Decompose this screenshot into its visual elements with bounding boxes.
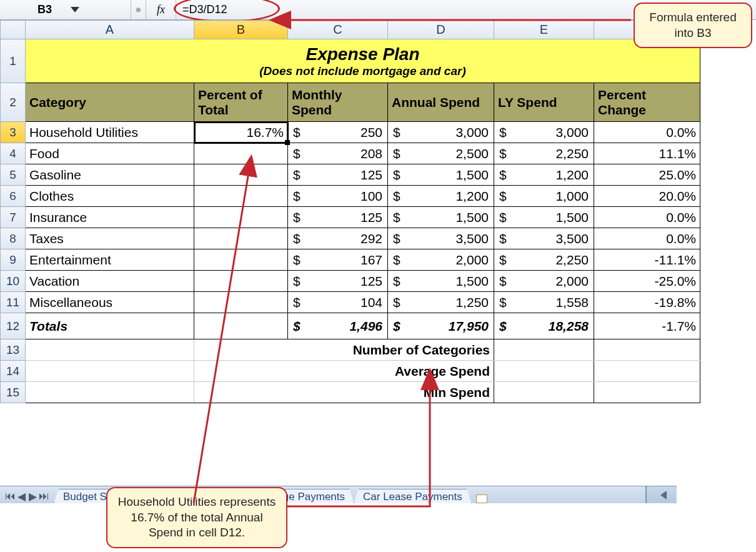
- row-header[interactable]: 8: [1, 228, 26, 249]
- fill-handle[interactable]: [285, 140, 290, 145]
- cell-monthly[interactable]: $167: [288, 249, 388, 271]
- cell[interactable]: [494, 361, 594, 382]
- fx-icon[interactable]: fx: [146, 0, 176, 19]
- cell-change[interactable]: -11.1%: [594, 249, 700, 271]
- header-percent-change[interactable]: Percent Change: [594, 83, 700, 122]
- cell-monthly[interactable]: $125: [288, 207, 388, 228]
- row-header[interactable]: 14: [1, 361, 26, 382]
- cell-category[interactable]: Taxes: [26, 228, 194, 249]
- cell-ly[interactable]: $3,500: [494, 228, 594, 249]
- name-box-dropdown-icon[interactable]: [71, 7, 79, 13]
- cell-annual[interactable]: $1,500: [388, 164, 494, 186]
- cell-ly[interactable]: $2,250: [494, 249, 594, 271]
- cell[interactable]: [26, 382, 194, 403]
- totals-label[interactable]: Totals: [26, 313, 194, 339]
- title-cell[interactable]: Expense Plan (Does not include mortgage …: [26, 39, 700, 83]
- cell[interactable]: [594, 361, 700, 382]
- col-header-E[interactable]: E: [494, 21, 594, 39]
- cell[interactable]: [594, 382, 700, 403]
- cell[interactable]: [26, 361, 194, 382]
- cell-category[interactable]: Food: [26, 143, 194, 164]
- row-header[interactable]: 6: [1, 186, 26, 207]
- formula-input[interactable]: =D3/D12: [176, 3, 227, 16]
- cell-change[interactable]: 0.0%: [594, 122, 700, 143]
- row-header[interactable]: 11: [1, 292, 26, 313]
- cell-monthly[interactable]: $292: [288, 228, 388, 249]
- cell-category[interactable]: Household Utilities: [26, 122, 194, 143]
- totals-ly[interactable]: $18,258: [494, 313, 594, 339]
- cell-change[interactable]: 25.0%: [594, 164, 700, 186]
- cell-percent-total[interactable]: [194, 207, 288, 228]
- cell-monthly[interactable]: $104: [288, 292, 388, 313]
- cell-percent-total[interactable]: 16.7%: [194, 122, 288, 143]
- cell-category[interactable]: Clothes: [26, 186, 194, 207]
- tab-nav-prev-icon[interactable]: ◀: [16, 490, 26, 503]
- cell-annual[interactable]: $1,500: [388, 207, 494, 228]
- cell-ly[interactable]: $1,500: [494, 207, 594, 228]
- tab-nav-next-icon[interactable]: ▶: [27, 490, 37, 503]
- cell-monthly[interactable]: $125: [288, 271, 388, 292]
- row-header[interactable]: 4: [1, 143, 26, 164]
- cell-annual[interactable]: $2,500: [388, 143, 494, 164]
- totals-annual[interactable]: $17,950: [388, 313, 494, 339]
- cell-annual[interactable]: $1,200: [388, 186, 494, 207]
- totals-pct[interactable]: [194, 313, 288, 339]
- cell[interactable]: [494, 382, 594, 403]
- row-header[interactable]: 2: [1, 83, 26, 122]
- summary-num-categories[interactable]: Number of Categories: [194, 339, 494, 361]
- col-header-C[interactable]: C: [288, 21, 388, 39]
- cell-percent-total[interactable]: [194, 249, 288, 271]
- cell-percent-total[interactable]: [194, 143, 288, 164]
- cell-annual[interactable]: $1,250: [388, 292, 494, 313]
- cell-percent-total[interactable]: [194, 228, 288, 249]
- cell-category[interactable]: Gasoline: [26, 164, 194, 186]
- summary-avg-spend[interactable]: Average Spend: [194, 361, 494, 382]
- cell-change[interactable]: -19.8%: [594, 292, 700, 313]
- tab-nav-first-icon[interactable]: ⏮: [5, 490, 15, 503]
- name-box[interactable]: B3: [0, 0, 131, 19]
- header-annual-spend[interactable]: Annual Spend: [388, 83, 494, 122]
- cell-category[interactable]: Miscellaneous: [26, 292, 194, 313]
- cell-monthly[interactable]: $208: [288, 143, 388, 164]
- cell-annual[interactable]: $3,500: [388, 228, 494, 249]
- totals-change[interactable]: -1.7%: [594, 313, 700, 339]
- row-header[interactable]: 1: [1, 39, 26, 83]
- row-header[interactable]: 12: [1, 313, 26, 339]
- cell-change[interactable]: 20.0%: [594, 186, 700, 207]
- cell-change[interactable]: 0.0%: [594, 207, 700, 228]
- cell-category[interactable]: Vacation: [26, 271, 194, 292]
- cell-annual[interactable]: $3,000: [388, 122, 494, 143]
- cell-percent-total[interactable]: [194, 186, 288, 207]
- totals-monthly[interactable]: $1,496: [288, 313, 388, 339]
- cell[interactable]: [26, 339, 194, 361]
- cell-ly[interactable]: $1,200: [494, 164, 594, 186]
- row-header[interactable]: 13: [1, 339, 26, 361]
- cell-ly[interactable]: $3,000: [494, 122, 594, 143]
- cell-change[interactable]: 11.1%: [594, 143, 700, 164]
- cell-percent-total[interactable]: [194, 164, 288, 186]
- cell-monthly[interactable]: $125: [288, 164, 388, 186]
- cell[interactable]: [594, 339, 700, 361]
- cell-ly[interactable]: $1,558: [494, 292, 594, 313]
- worksheet-grid[interactable]: A B C D E F 1 Expense Plan (Does not inc…: [0, 20, 756, 403]
- row-header[interactable]: 7: [1, 207, 26, 228]
- row-header[interactable]: 9: [1, 249, 26, 271]
- header-ly-spend[interactable]: LY Spend: [494, 83, 594, 122]
- hscroll-left-button[interactable]: [645, 486, 677, 503]
- cell-category[interactable]: Insurance: [26, 207, 194, 228]
- col-header-D[interactable]: D: [388, 21, 494, 39]
- cell-monthly[interactable]: $100: [288, 186, 388, 207]
- col-header-B[interactable]: B: [194, 21, 288, 39]
- cell-ly[interactable]: $2,000: [494, 271, 594, 292]
- cell-percent-total[interactable]: [194, 271, 288, 292]
- header-percent-total[interactable]: Percent of Total: [194, 83, 288, 122]
- cell-ly[interactable]: $2,250: [494, 143, 594, 164]
- cell-monthly[interactable]: $250: [288, 122, 388, 143]
- col-header-A[interactable]: A: [26, 21, 194, 39]
- tab-nav-last-icon[interactable]: ⏭: [39, 490, 49, 503]
- sheet-tab[interactable]: Car Lease Payments: [354, 489, 472, 503]
- cell-category[interactable]: Entertainment: [26, 249, 194, 271]
- cell[interactable]: [494, 339, 594, 361]
- insert-sheet-icon[interactable]: [476, 494, 487, 503]
- row-header[interactable]: 5: [1, 164, 26, 186]
